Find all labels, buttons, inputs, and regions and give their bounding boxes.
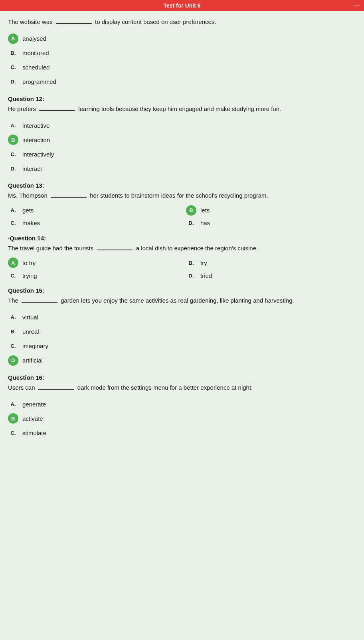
option-label: tried bbox=[200, 272, 212, 279]
option-circle-d: D. bbox=[8, 163, 18, 174]
option-label: interact bbox=[22, 165, 42, 172]
option-circle-c: C. bbox=[8, 218, 18, 228]
option-label: makes bbox=[22, 220, 40, 226]
app-header: Test for Unit 6 — bbox=[0, 0, 364, 11]
q11-blank bbox=[56, 23, 92, 24]
option-circle-b: B bbox=[8, 413, 18, 424]
list-item[interactable]: D. has bbox=[186, 218, 356, 228]
q12-options: A. interactive B interaction C. interact… bbox=[8, 118, 356, 176]
q15-options: A. virtual B. unreal C. imaginary D arti… bbox=[8, 310, 356, 368]
option-circle-c: C. bbox=[8, 341, 18, 351]
list-item[interactable]: C. trying bbox=[8, 270, 178, 281]
list-item[interactable]: A. gets bbox=[8, 205, 178, 216]
option-circle-a: A. bbox=[8, 120, 18, 131]
option-circle-d: D. bbox=[186, 270, 196, 281]
list-item[interactable]: D. programmed bbox=[8, 75, 356, 89]
option-label: interactively bbox=[22, 151, 54, 158]
list-item[interactable]: B. try bbox=[186, 258, 356, 268]
option-label: has bbox=[200, 220, 210, 226]
list-item[interactable]: C. imaginary bbox=[8, 339, 356, 353]
option-label: gets bbox=[22, 207, 34, 214]
option-label: trying bbox=[22, 272, 37, 279]
list-item[interactable]: B interaction bbox=[8, 133, 356, 147]
option-label: virtual bbox=[22, 314, 38, 321]
option-circle-c: C. bbox=[8, 62, 18, 73]
option-label: unreal bbox=[22, 328, 39, 335]
option-label: interactive bbox=[22, 122, 49, 129]
list-item[interactable]: D. interact bbox=[8, 161, 356, 176]
option-circle-c: C. bbox=[8, 428, 18, 438]
list-item[interactable]: B activate bbox=[8, 411, 356, 426]
list-item[interactable]: A. generate bbox=[8, 397, 356, 411]
option-label: imaginary bbox=[22, 343, 48, 349]
list-item[interactable]: D. tried bbox=[186, 270, 356, 281]
option-circle-b: B bbox=[8, 135, 18, 145]
option-label: scheduled bbox=[22, 64, 49, 71]
option-label: programmed bbox=[22, 78, 56, 85]
q12-label: Question 12: bbox=[8, 95, 356, 102]
list-item[interactable]: A analysed bbox=[8, 32, 356, 46]
list-item[interactable]: C. makes bbox=[8, 218, 178, 228]
option-circle-b: B. bbox=[8, 48, 18, 58]
q15-blank bbox=[22, 302, 57, 303]
q14-options: A to try B. try C. trying D. tried bbox=[8, 258, 356, 281]
q13-label: Question 13: bbox=[8, 182, 356, 189]
q16-label: Question 16: bbox=[8, 374, 356, 381]
q13-prompt: Ms. Thompson her students to brainstorm … bbox=[8, 191, 356, 200]
option-label: stimulate bbox=[22, 430, 46, 436]
q12-prompt: He prefers learning tools because they k… bbox=[8, 105, 356, 114]
option-circle-b: B. bbox=[186, 258, 196, 268]
list-item[interactable]: B. unreal bbox=[8, 325, 356, 339]
q16-blank bbox=[38, 389, 74, 390]
option-circle-a: A bbox=[8, 258, 18, 268]
q13-options: A. gets B lets C. makes D. has bbox=[8, 205, 356, 228]
option-circle-c: C. bbox=[8, 270, 18, 281]
option-circle-b: B bbox=[186, 205, 196, 216]
q12-blank bbox=[39, 110, 75, 111]
list-item[interactable]: B. monitored bbox=[8, 46, 356, 60]
option-label: generate bbox=[22, 401, 46, 408]
list-item[interactable]: A. virtual bbox=[8, 310, 356, 325]
q15-prompt: The garden lets you enjoy the same activ… bbox=[8, 296, 356, 305]
option-label: try bbox=[200, 260, 207, 266]
option-label: activate bbox=[22, 415, 43, 422]
list-item[interactable]: A to try bbox=[8, 258, 178, 268]
option-label: artificial bbox=[22, 357, 43, 364]
option-circle-a: A. bbox=[8, 205, 18, 216]
q16-options: A. generate B activate C. stimulate bbox=[8, 397, 356, 440]
list-item[interactable]: B lets bbox=[186, 205, 356, 216]
q13-blank bbox=[51, 197, 87, 198]
option-circle-d: D bbox=[8, 355, 18, 366]
main-content: The website was to display content based… bbox=[0, 11, 364, 640]
q11-options: A analysed B. monitored C. scheduled D. … bbox=[8, 32, 356, 89]
option-circle-a: A bbox=[8, 34, 18, 44]
option-circle-d: D. bbox=[8, 77, 18, 87]
list-item[interactable]: C. interactively bbox=[8, 147, 356, 161]
option-circle-b: B. bbox=[8, 327, 18, 337]
list-item[interactable]: D artificial bbox=[8, 353, 356, 368]
option-circle-a: A. bbox=[8, 399, 18, 409]
option-label: analysed bbox=[22, 35, 46, 42]
option-circle-c: C. bbox=[8, 149, 18, 159]
q11-prompt: The website was to display content based… bbox=[8, 18, 356, 27]
list-item[interactable]: A. interactive bbox=[8, 118, 356, 133]
option-label: lets bbox=[200, 207, 210, 214]
header-title: Test for Unit 6 bbox=[163, 2, 200, 9]
q14-prompt: The travel guide had the tourists a loca… bbox=[8, 244, 356, 253]
q16-prompt: Users can dark mode from the settings me… bbox=[8, 383, 356, 392]
q14-blank bbox=[97, 250, 133, 250]
q15-label: Question 15: bbox=[8, 287, 356, 294]
option-circle-d: D. bbox=[186, 218, 196, 228]
q14-label: ·Question 14: bbox=[8, 235, 356, 242]
option-label: monitored bbox=[22, 50, 49, 56]
option-label: interaction bbox=[22, 137, 50, 143]
list-item[interactable]: C. scheduled bbox=[8, 60, 356, 75]
option-label: to try bbox=[22, 260, 36, 266]
list-item[interactable]: C. stimulate bbox=[8, 426, 356, 440]
option-circle-a: A. bbox=[8, 312, 18, 323]
minimize-button[interactable]: — bbox=[354, 2, 360, 9]
